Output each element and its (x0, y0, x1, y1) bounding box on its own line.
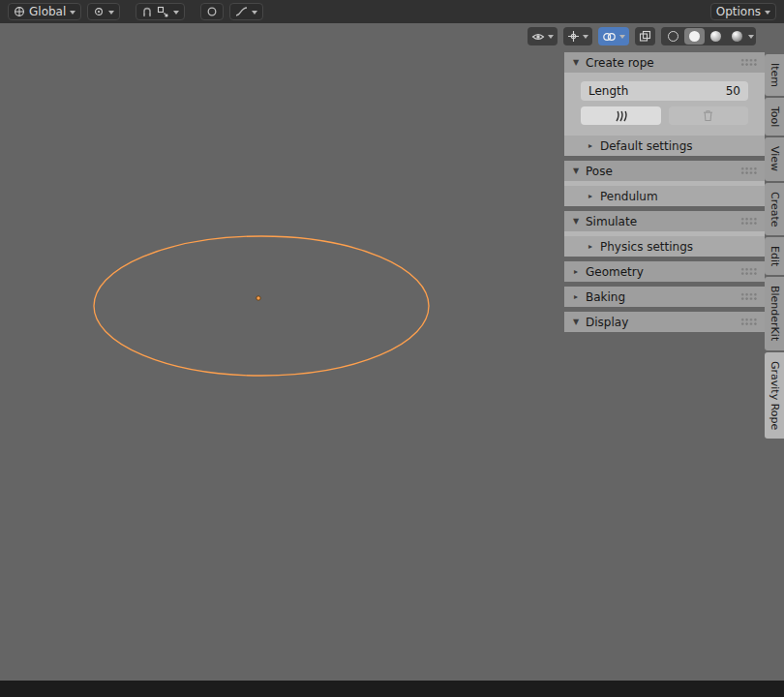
panel-title: Simulate (586, 215, 637, 228)
rope-curves-icon (613, 109, 629, 123)
options-label: Options (716, 5, 761, 18)
snap-target-icon (157, 6, 169, 17)
proportional-editing-icon (206, 6, 218, 17)
gizmos-dropdown[interactable] (563, 27, 592, 45)
tool-settings-bar: Global (0, 0, 784, 23)
panel-grip-icon[interactable] (740, 292, 758, 301)
status-bar (0, 681, 784, 697)
chevron-down-icon (548, 35, 554, 39)
panel-pose: ▼ Pose ▸ Pendulum (564, 161, 765, 206)
material-sphere-icon (710, 31, 721, 42)
proportional-falloff-dropdown[interactable] (229, 3, 263, 20)
visibility-eye-icon (531, 31, 545, 43)
tab-item[interactable]: Item (765, 54, 784, 96)
expand-triangle-icon: ▸ (586, 192, 595, 200)
expand-triangle-icon: ▼ (571, 318, 581, 326)
chevron-down-icon[interactable] (748, 35, 754, 39)
create-rope-buttons (581, 106, 748, 125)
panel-display: ▼ Display (564, 312, 765, 332)
tab-edit[interactable]: Edit (765, 237, 784, 275)
shading-material-button[interactable] (706, 27, 726, 45)
panel-grip-icon[interactable] (740, 217, 758, 226)
sidebar-region: ▼ Create rope Length 50 (564, 52, 765, 337)
expand-triangle-icon: ▸ (571, 267, 581, 276)
viewport-header-controls (528, 27, 756, 45)
xray-toggle[interactable] (635, 27, 655, 45)
subpanel-physics-settings[interactable]: ▸ Physics settings (564, 236, 765, 257)
length-label: Length (588, 84, 628, 98)
expand-triangle-icon: ▸ (586, 141, 595, 150)
panel-header-geometry[interactable]: ▸ Geometry (564, 261, 765, 282)
chevron-down-icon (765, 11, 770, 15)
panel-header-pose[interactable]: ▼ Pose (564, 161, 765, 181)
expand-triangle-icon: ▸ (571, 292, 581, 301)
shading-mode-switch (661, 27, 756, 45)
pivot-point-icon (93, 6, 105, 17)
expand-triangle-icon: ▸ (586, 242, 595, 251)
snap-widget[interactable] (136, 3, 185, 20)
length-field[interactable]: Length 50 (581, 81, 748, 101)
expand-triangle-icon: ▼ (571, 217, 581, 226)
overlays-toggle[interactable] (598, 27, 629, 45)
xray-icon (639, 30, 651, 43)
object-visibility-dropdown[interactable] (528, 27, 558, 45)
subpanel-title: Pendulum (600, 190, 658, 203)
panel-title: Pose (586, 165, 613, 178)
orientation-global-icon (14, 6, 25, 17)
circle-object-wire (94, 236, 429, 376)
length-value: 50 (726, 84, 740, 98)
panel-title: Baking (586, 290, 625, 304)
chevron-down-icon (70, 11, 75, 15)
solid-sphere-icon (689, 31, 700, 42)
panel-header-create-rope[interactable]: ▼ Create rope (564, 52, 765, 73)
panel-header-simulate[interactable]: ▼ Simulate (564, 211, 765, 231)
object-origin-point (256, 296, 260, 300)
chevron-down-icon (619, 35, 625, 39)
shading-solid-button[interactable] (684, 28, 705, 45)
subpanel-title: Physics settings (600, 240, 693, 254)
expand-triangle-icon: ▼ (571, 58, 581, 67)
transform-orientation-dropdown[interactable]: Global (8, 3, 81, 20)
tab-view[interactable]: View (765, 137, 784, 180)
panel-header-display[interactable]: ▼ Display (564, 312, 765, 332)
wireframe-sphere-icon (668, 31, 678, 42)
subpanel-title: Default settings (600, 139, 693, 153)
options-dropdown[interactable]: Options (710, 3, 776, 20)
expand-triangle-icon: ▼ (571, 167, 581, 175)
panel-grip-icon[interactable] (740, 318, 758, 326)
panel-title: Geometry (586, 265, 644, 279)
chevron-down-icon (173, 11, 179, 15)
panel-title: Create rope (586, 56, 654, 70)
tab-gravity-rope[interactable]: Gravity Rope (765, 352, 784, 439)
panel-baking: ▸ Baking (564, 287, 765, 307)
panel-grip-icon[interactable] (740, 167, 758, 175)
subpanel-pendulum[interactable]: ▸ Pendulum (564, 186, 765, 206)
panel-geometry: ▸ Geometry (564, 261, 765, 282)
proportional-editing-toggle[interactable] (200, 3, 224, 20)
magnet-icon (141, 6, 153, 17)
delete-rope-button[interactable] (669, 106, 749, 125)
panel-simulate: ▼ Simulate ▸ Physics settings (564, 211, 765, 257)
shading-wireframe-button[interactable] (663, 27, 683, 45)
tab-blenderkit[interactable]: BlenderKit (765, 277, 784, 349)
panel-header-baking[interactable]: ▸ Baking (564, 287, 765, 307)
shading-rendered-button[interactable] (727, 27, 747, 45)
overlays-icon (602, 31, 617, 43)
rendered-sphere-icon (732, 31, 742, 42)
pivot-point-dropdown[interactable] (87, 3, 120, 20)
panel-grip-icon[interactable] (740, 58, 758, 67)
gizmo-axes-icon (567, 30, 580, 43)
blender-window: Global (0, 0, 784, 697)
chevron-down-icon (583, 35, 588, 39)
transform-orientation-label: Global (29, 5, 66, 18)
create-rope-button[interactable] (581, 106, 661, 125)
falloff-curve-icon (235, 6, 248, 17)
tab-tool[interactable]: Tool (765, 98, 784, 136)
sidebar-tabs: Item Tool View Create Edit BlenderKit Gr… (765, 54, 784, 439)
panel-grip-icon[interactable] (740, 267, 758, 276)
chevron-down-icon (252, 11, 257, 15)
subpanel-default-settings[interactable]: ▸ Default settings (564, 136, 765, 156)
chevron-down-icon (108, 11, 114, 15)
panel-create-rope: ▼ Create rope Length 50 (564, 52, 765, 156)
tab-create[interactable]: Create (765, 183, 784, 236)
